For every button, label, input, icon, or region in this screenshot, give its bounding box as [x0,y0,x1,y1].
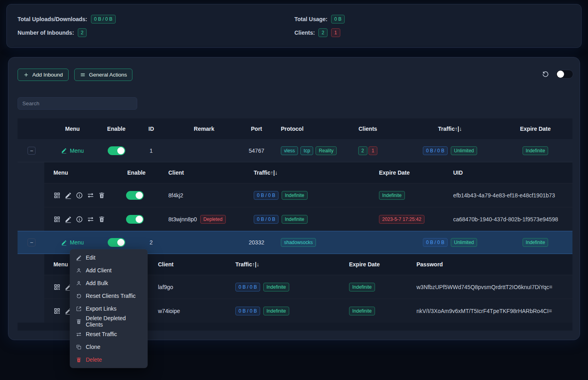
menu-item-edit[interactable]: Edit [70,251,148,264]
header-expire-date: Expire Date [498,126,572,132]
header-port: Port [239,126,274,132]
client-traffic-badge: 0 B / 0 B [254,191,278,200]
add-inbound-button[interactable]: Add Inbound [18,69,69,81]
add-client-icon [76,268,82,274]
header-remark: Remark [169,126,239,132]
stat-clients-active-badge: 2 [318,28,328,37]
client-traffic-limit-badge: Indefinite [282,215,308,224]
client-expire-badge: Indefinite [349,283,375,291]
subheader-menu: Menu [44,169,118,176]
add-inbound-label: Add Inbound [32,72,63,78]
qrcode-icon[interactable] [53,216,61,223]
client-traffic-badge: 0 B / 0 B [235,307,260,315]
edit-pencil-icon [61,148,67,154]
subheader-uid: UID [444,169,572,176]
edit-icon [76,255,82,261]
reset-traffic-icon[interactable] [87,192,94,199]
client-expire-badge: Indefinite [379,191,405,200]
expire-badge: Indefinite [523,238,549,247]
edit-client-icon[interactable] [65,216,72,223]
traffic-badge: 0 B / 0 B [423,238,448,247]
stat-number-of-inbounds: Number of Inbounds: 2 [18,26,294,39]
info-icon[interactable] [76,192,83,199]
add-bulk-icon [76,280,82,286]
menu-item-clone[interactable]: Clone [70,341,148,353]
client-password: nkV/I/3XoAm9v6xMT/T5IcrF4TpeTKF98rHARbRo… [407,308,572,314]
general-actions-label: General Actions [89,72,127,78]
refresh-icon[interactable] [541,70,549,78]
row-menu-label: Menu [70,239,84,246]
menu-item-delete-depleted-clients[interactable]: Delete Depleted Clients [70,315,148,328]
client-traffic-badge: 0 B / 0 B [254,215,278,224]
reset-traffic-icon [76,331,82,337]
header-traffic[interactable]: Traffic↑|↓ [402,126,498,132]
qrcode-icon[interactable] [53,307,61,315]
enable-toggle[interactable] [108,146,125,155]
stat-uploads-value-badge: 0 B / 0 B [91,15,116,24]
inbound-port: 20332 [239,239,274,246]
row-menu-button[interactable]: Menu [61,239,84,246]
row-menu-button[interactable]: Menu [61,148,84,154]
stat-clients: Clients: 2 1 [294,26,570,39]
protocol-badge: vless [281,146,298,155]
subtable-header-row: Menu Enable Client Traffic↑|↓ Expire Dat… [44,162,572,183]
client-name: laf9go [149,284,226,290]
subheader-traffic[interactable]: Traffic↑|↓ [245,169,370,176]
subheader-traffic[interactable]: Traffic↑|↓ [226,261,340,268]
traffic-badge: 0 B / 0 B [423,146,448,155]
protocol-badge: tcp [300,146,313,155]
subheader-enable: Enable [118,169,159,176]
qrcode-icon[interactable] [53,192,61,199]
stat-inbounds-value-badge: 2 [78,28,87,37]
plus-icon [23,72,29,78]
menu-item-add-client[interactable]: Add Client [70,264,148,277]
client-name: 8t3wjnn8p0 [168,216,197,222]
menu-item-delete[interactable]: Delete [70,353,148,366]
header-enable: Enable [99,126,133,132]
expire-badge: Indefinite [523,146,549,155]
stat-usage-value-badge: 0 B [331,15,345,24]
stat-clients-label: Clients: [294,30,315,36]
inbound-row-1: − Menu 1 54767 vless tcp Reality [18,139,572,162]
inbound-id: 1 [133,148,169,154]
client-enable-toggle[interactable] [126,215,144,224]
stat-total-usage: Total Usage: 0 B [294,12,570,26]
search-input[interactable] [18,97,137,110]
client-traffic-badge: 0 B / 0 B [235,283,260,291]
clone-icon [76,344,82,350]
client-name: 8f4kj2 [159,192,245,199]
menu-item-reset-clients-traffic[interactable]: Reset Clients Traffic [70,289,148,302]
reset-traffic-icon[interactable] [87,216,94,223]
subheader-password: Password [407,261,572,268]
client-traffic-limit-badge: Indefinite [263,307,289,315]
clients-subtable-1: Menu Enable Client Traffic↑|↓ Expire Dat… [44,162,572,231]
client-uid: ca68470b-1940-437d-802b-1f9573e94598 [444,216,572,222]
header-clients: Clients [334,126,402,132]
menu-item-add-bulk[interactable]: Add Bulk [70,277,148,289]
client-expire-badge: 2023-5-7 17:25:42 [379,215,424,224]
menu-item-export-links[interactable]: Export Links [70,302,148,315]
collapse-row-button[interactable]: − [28,238,36,246]
client-password: w3NfbzUPf5WWd745Q8pvsmQrdrttT2IO6knuI7Di… [407,284,572,290]
theme-toggle[interactable] [556,70,573,79]
edit-client-icon[interactable] [65,192,72,199]
header-protocol: Protocol [274,126,334,132]
delete-client-icon[interactable] [98,192,105,199]
stat-clients-depleted-badge: 1 [331,28,340,37]
stat-usage-label: Total Usage: [294,16,328,22]
client-enable-toggle[interactable] [126,191,144,200]
hamburger-icon [80,72,86,78]
info-icon[interactable] [76,216,83,223]
stat-uploads-label: Total Uploads/Downloads: [18,16,87,22]
depleted-status-badge: Depleted [200,215,226,224]
delete-client-icon[interactable] [98,216,105,223]
collapse-row-button[interactable]: − [28,147,36,155]
menu-item-reset-traffic[interactable]: Reset Traffic [70,328,148,341]
enable-toggle[interactable] [108,238,125,247]
subheader-expire-date: Expire Date [340,261,407,268]
subheader-client: Client [159,169,245,176]
delete-depleted-icon [76,319,82,325]
stat-total-uploads-downloads: Total Uploads/Downloads: 0 B / 0 B [18,12,294,26]
qrcode-icon[interactable] [53,284,61,291]
general-actions-button[interactable]: General Actions [74,69,132,81]
